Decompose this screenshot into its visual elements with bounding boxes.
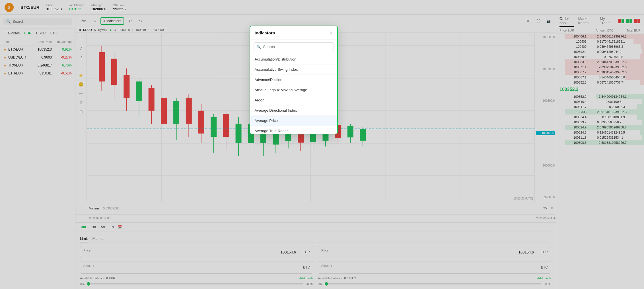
close-button[interactable]: × <box>330 30 333 35</box>
search-icon: 🔍 <box>257 45 261 49</box>
modal-overlay[interactable]: Indicators × 🔍 Accumulation/Distribution… <box>0 0 644 289</box>
indicator-item[interactable]: Aroon <box>250 95 337 105</box>
indicator-item[interactable]: Accumulative Swing Index <box>250 65 337 75</box>
modal-search: 🔍 <box>250 39 337 54</box>
indicator-list: Accumulation/Distribution Accumulative S… <box>250 54 337 134</box>
indicator-item[interactable]: Arnaud Legoux Moving Average <box>250 85 337 95</box>
indicator-item[interactable]: Accumulation/Distribution <box>250 54 337 65</box>
modal-search-wrap: 🔍 <box>254 42 334 51</box>
indicator-item[interactable]: Advance/Decline <box>250 75 337 85</box>
indicator-item[interactable]: Average True Range <box>250 126 337 134</box>
modal-title: Indicators <box>255 30 275 35</box>
indicator-item[interactable]: Average Directional Index <box>250 105 337 116</box>
indicator-item-selected[interactable]: Average Price <box>250 116 337 126</box>
modal-header: Indicators × <box>250 26 337 39</box>
indicators-modal: Indicators × 🔍 Accumulation/Distribution… <box>250 26 338 134</box>
indicator-search-input[interactable] <box>263 45 331 49</box>
